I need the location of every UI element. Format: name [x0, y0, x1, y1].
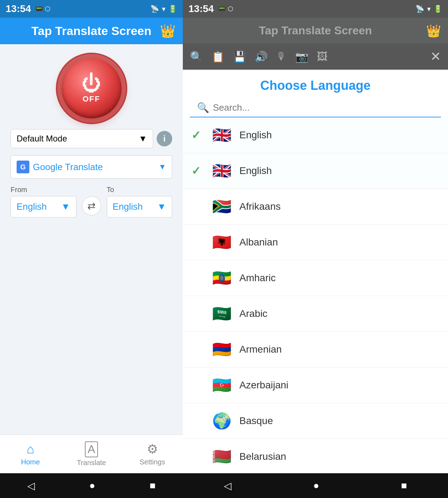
google-logo: G: [17, 161, 29, 173]
engine-arrow: ▼: [158, 162, 166, 172]
image-tool-icon[interactable]: 🖼: [317, 51, 327, 63]
language-name: Amharic: [239, 272, 276, 284]
flag-icon: 🇿🇦: [210, 195, 233, 218]
back-btn-left[interactable]: ◁: [27, 480, 35, 492]
recents-btn-right[interactable]: ■: [401, 480, 407, 491]
nav-translate[interactable]: A Translate: [61, 435, 122, 473]
mode-selected: Default Mode: [17, 134, 67, 144]
speaker-tool-icon[interactable]: 🔊: [255, 51, 268, 63]
check-icon: ✓: [191, 128, 204, 142]
search-input[interactable]: [213, 99, 434, 117]
list-item[interactable]: 🇧🇾Belarusian: [183, 439, 448, 473]
translate-label: Translate: [77, 459, 106, 467]
app-title-left: Tap Translate Screen: [31, 24, 152, 38]
info-button[interactable]: i: [157, 131, 172, 146]
list-item[interactable]: 🇸🇦Arabic: [183, 296, 448, 332]
android-nav-left: ◁ ● ■: [0, 473, 183, 498]
battery-icon-right: 🔋: [434, 5, 442, 13]
right-panel: 13:54 📟 ⬡ 📡 ▾ 🔋 Tap Translate Screen 👑 🔍…: [183, 0, 448, 498]
wifi-icon-right: ▾: [427, 5, 431, 13]
language-name: Armenian: [239, 344, 282, 355]
status-bar-left: 13:54 📟 ⬡ 📡 ▾ 🔋: [0, 0, 183, 18]
flag-icon: 🇬🇧: [210, 124, 233, 146]
from-arrow-icon: ▼: [61, 201, 70, 212]
settings-label: Settings: [140, 458, 165, 466]
android-nav-right: ◁ ● ■: [183, 473, 448, 498]
translate-engine[interactable]: G Google Translate ▼: [11, 155, 172, 179]
swap-icon: ⇄: [87, 200, 95, 212]
mode-arrow: ▼: [139, 134, 147, 144]
power-button[interactable]: ⏻ OFF: [62, 58, 122, 118]
flag-icon: 🇬🇧: [210, 160, 233, 182]
bottom-nav-left: ⌂ Home A Translate ⚙ Settings: [0, 434, 183, 473]
status-icons-left: 📡 ▾ 🔋: [150, 5, 177, 13]
crown-icon-right: 👑: [426, 24, 441, 38]
power-section: ⏻ OFF: [0, 44, 183, 129]
flag-icon: 🇦🇿: [210, 374, 233, 396]
left-panel: 13:54 📟 ⬡ 📡 ▾ 🔋 Tap Translate Screen 👑 ⏻…: [0, 0, 183, 498]
to-wrapper: To English ▼: [107, 186, 173, 218]
language-name: Arabic: [239, 308, 267, 319]
status-icon-left: 📟 ⬡: [35, 5, 51, 13]
language-section: From English ▼ ⇄ To English ▼: [0, 186, 183, 218]
nav-home[interactable]: ⌂ Home: [0, 435, 61, 473]
status-time-left: 13:54: [6, 3, 31, 15]
engine-name: Google Translate: [33, 162, 155, 173]
to-dropdown[interactable]: English ▼: [107, 196, 173, 218]
from-dropdown[interactable]: English ▼: [11, 196, 76, 218]
camera-tool-icon[interactable]: 📷: [295, 51, 308, 63]
cast-icon-left: 📡: [150, 5, 159, 13]
list-item[interactable]: 🇿🇦Afrikaans: [183, 189, 448, 225]
flag-icon: 🇧🇾: [210, 445, 233, 468]
toolbar-icons: 🔍 📋 💾 🔊 🎙 📷 🖼: [190, 51, 327, 63]
to-lang-text: English: [113, 201, 143, 212]
wifi-icon-left: ▾: [162, 5, 165, 13]
language-name: Basque: [239, 415, 273, 427]
clipboard-tool-icon[interactable]: 📋: [211, 51, 225, 63]
language-name: Belarusian: [239, 451, 286, 462]
home-label: Home: [21, 458, 40, 466]
spacer-left: [0, 218, 183, 434]
power-icon: ⏻: [82, 73, 101, 93]
language-name: English: [239, 129, 272, 141]
recents-btn-left[interactable]: ■: [150, 480, 156, 491]
from-label: From: [11, 186, 76, 194]
translate-icon: A: [85, 441, 98, 457]
list-item[interactable]: ✓🇬🇧English: [183, 117, 448, 153]
status-icons-right: 📡 ▾ 🔋: [415, 5, 442, 13]
cast-icon-right: 📡: [415, 5, 424, 13]
list-item[interactable]: 🇦🇱Albanian: [183, 225, 448, 260]
list-item[interactable]: 🌍Basque: [183, 403, 448, 439]
from-wrapper: From English ▼: [11, 186, 76, 218]
power-label: OFF: [83, 94, 100, 104]
save-tool-icon[interactable]: 💾: [233, 51, 246, 63]
back-btn-right[interactable]: ◁: [224, 480, 232, 492]
flag-icon: 🇦🇱: [210, 231, 233, 254]
swap-button[interactable]: ⇄: [82, 196, 101, 215]
from-lang-text: English: [17, 201, 47, 212]
search-icon: 🔍: [197, 102, 209, 114]
close-button[interactable]: ✕: [430, 49, 441, 64]
home-icon: ⌂: [27, 442, 34, 457]
mode-section: Default Mode ▼ i: [0, 129, 183, 148]
search-tool-icon[interactable]: 🔍: [190, 51, 203, 63]
status-icon-right: 📟 ⬡: [218, 5, 233, 13]
language-name: Afrikaans: [239, 201, 281, 212]
list-item[interactable]: 🇦🇿Azerbaijani: [183, 367, 448, 403]
list-item[interactable]: 🇦🇲Armenian: [183, 332, 448, 367]
language-name: Albanian: [239, 237, 278, 248]
flag-icon: 🇦🇲: [210, 338, 233, 361]
list-item[interactable]: 🇪🇹Amharic: [183, 260, 448, 296]
language-list: ✓🇬🇧English✓🇬🇧English🇿🇦Afrikaans🇦🇱Albania…: [183, 117, 448, 473]
overlay-dim: 🔍 📋 💾 🔊 🎙 📷 🖼 ✕: [183, 44, 448, 70]
app-title-right: Tap Translate Screen: [259, 24, 372, 37]
mode-dropdown[interactable]: Default Mode ▼: [11, 129, 153, 148]
list-item[interactable]: ✓🇬🇧English: [183, 153, 448, 189]
language-name: English: [239, 165, 272, 176]
nav-settings[interactable]: ⚙ Settings: [122, 435, 183, 473]
home-btn-left[interactable]: ●: [89, 480, 95, 491]
battery-icon-left: 🔋: [168, 5, 177, 13]
home-btn-right[interactable]: ●: [313, 480, 319, 491]
mic-tool-icon[interactable]: 🎙: [276, 51, 287, 63]
search-bar: 🔍: [190, 99, 441, 117]
